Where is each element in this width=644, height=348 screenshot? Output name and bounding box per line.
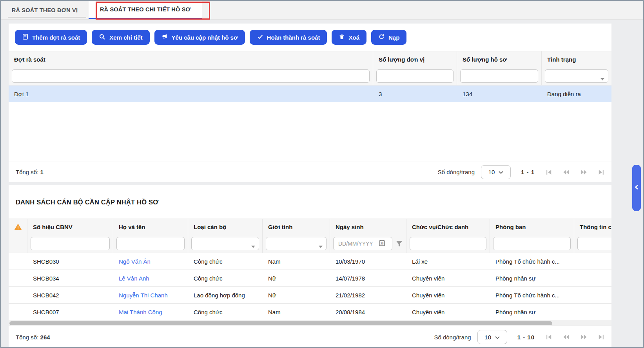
filter-thong-tin-input[interactable] bbox=[577, 237, 611, 250]
column-header-gioi-tinh: Giới tính bbox=[263, 219, 330, 235]
filter-chuc-vu-input[interactable] bbox=[410, 237, 486, 250]
search-icon bbox=[99, 33, 106, 42]
cell-staff-type: Công chức bbox=[188, 275, 263, 282]
staff-table-row[interactable]: SHCB030 Ngô Văn Ân Công chức Nam 10/03/1… bbox=[9, 253, 611, 270]
cell-gender: Nữ bbox=[263, 292, 330, 299]
column-header-phong-ban: Phòng ban bbox=[490, 219, 574, 235]
column-header-tinh-trang: Tình trạng bbox=[542, 51, 611, 67]
chevron-left-icon bbox=[634, 184, 639, 191]
next-page-icon[interactable] bbox=[580, 333, 587, 341]
cell-department: Phòng nhân sự bbox=[490, 275, 574, 282]
cell-position: Lái xe bbox=[406, 258, 490, 265]
last-page-icon[interactable] bbox=[597, 333, 604, 341]
cell-status: Đang diễn ra bbox=[542, 91, 611, 97]
review-grid-footer: Tổng số: 1 Số dòng/trang 10 1 - 1 bbox=[9, 162, 611, 182]
column-header-thong-tin: Thông tin c bbox=[574, 219, 611, 235]
staff-table-row[interactable]: SHCB034 Lê Vân Anh Công chức Nữ 14/07/19… bbox=[9, 270, 611, 287]
filter-so-hieu-cbnv-input[interactable] bbox=[31, 237, 110, 250]
add-review-batch-button[interactable]: Thêm đợt rà soát bbox=[15, 30, 87, 45]
total-value: 1 bbox=[40, 169, 44, 175]
pager: Số dòng/trang 10 1 - 10 bbox=[434, 330, 604, 344]
cell-dob: 10/03/1970 bbox=[330, 258, 406, 265]
filter-phong-ban-input[interactable] bbox=[493, 237, 571, 250]
prev-page-icon[interactable] bbox=[563, 333, 570, 341]
cell-dob: 20/08/1984 bbox=[330, 309, 406, 315]
megaphone-icon bbox=[161, 33, 168, 41]
review-table-row[interactable]: Đợt 1 3 134 Đang diễn ra bbox=[9, 86, 611, 102]
document-add-icon bbox=[22, 33, 29, 41]
total-value: 264 bbox=[40, 334, 50, 341]
view-detail-button[interactable]: Xem chi tiết bbox=[92, 30, 149, 45]
prev-page-icon[interactable] bbox=[563, 169, 570, 176]
pager-icons bbox=[546, 169, 604, 176]
cell-department: Phòng nhân sự bbox=[490, 309, 574, 315]
cell-position: Chuyên viên bbox=[406, 292, 490, 299]
filter-so-luong-ho-so-input[interactable] bbox=[460, 69, 538, 83]
cell-staff-type: Công chức bbox=[188, 258, 263, 265]
button-label: Xem chi tiết bbox=[109, 34, 142, 41]
cell-code: SHCB030 bbox=[27, 258, 113, 265]
chevron-down-icon bbox=[495, 334, 500, 341]
first-page-icon[interactable] bbox=[546, 169, 553, 176]
filter-gioi-tinh-select[interactable] bbox=[266, 237, 327, 250]
next-page-icon[interactable] bbox=[580, 169, 587, 176]
rows-per-page-label: Số dòng/trang bbox=[438, 169, 475, 175]
first-page-icon[interactable] bbox=[546, 333, 553, 341]
page-size-select[interactable]: 10 bbox=[477, 330, 507, 344]
cell-name-link[interactable]: Lê Vân Anh bbox=[113, 275, 188, 282]
horizontal-scrollbar-thumb[interactable] bbox=[9, 321, 552, 325]
cell-record-count: 134 bbox=[457, 91, 542, 97]
cell-name-link[interactable]: Nguyễn Thị Chanh bbox=[113, 292, 188, 299]
page-size-value: 10 bbox=[488, 169, 495, 175]
filter-tinh-trang-select[interactable] bbox=[545, 69, 608, 83]
filter-funnel-icon[interactable] bbox=[395, 240, 403, 247]
cell-name-link[interactable]: Mai Thành Công bbox=[113, 309, 188, 315]
tab-ra-soat-theo-don-vi[interactable]: RÀ SOÁT THEO ĐƠN VỊ bbox=[1, 1, 89, 19]
filter-dot-ra-soat-input[interactable] bbox=[12, 69, 370, 83]
cell-review-name: Đợt 1 bbox=[9, 91, 373, 97]
delete-button[interactable]: Xoá bbox=[332, 30, 366, 45]
staff-grid-footer: Tổng số: 264 Số dòng/trang 10 1 - 10 bbox=[9, 326, 611, 348]
filter-ho-va-ten-input[interactable] bbox=[116, 237, 185, 250]
button-label: Xoá bbox=[348, 34, 359, 41]
tab-ra-soat-theo-chi-tiet-ho-so[interactable]: RÀ SOÁT THEO CHI TIẾT HỒ SƠ bbox=[89, 1, 202, 19]
button-label: Nạp bbox=[388, 34, 399, 41]
cell-unit-count: 3 bbox=[373, 91, 457, 97]
filter-so-luong-don-vi-input[interactable] bbox=[376, 69, 454, 83]
staff-table-header: Số hiệu CBNV Họ và tên Loại cán bộ Giới … bbox=[9, 219, 611, 235]
rows-per-page-label: Số dòng/trang bbox=[434, 334, 471, 341]
review-table-header: Đợt rà soát Số lượng đơn vị Số lượng hồ … bbox=[9, 51, 611, 67]
cell-position: Chuyên viên bbox=[406, 309, 490, 315]
request-update-button[interactable]: Yêu cầu cập nhật hồ sơ bbox=[154, 30, 245, 45]
review-toolbar: Thêm đợt rà soát Xem chi tiết Yêu cầu cậ… bbox=[9, 24, 611, 51]
cell-staff-type: Lao động hợp đồng bbox=[188, 292, 263, 299]
tab-bar: RÀ SOÁT THEO ĐƠN VỊ RÀ SOÁT THEO CHI TIẾ… bbox=[1, 1, 643, 20]
total-count: Tổng số: 264 bbox=[16, 334, 50, 341]
cell-dob: 21/02/1982 bbox=[330, 292, 406, 299]
column-header-so-luong-don-vi: Số lượng đơn vị bbox=[373, 51, 457, 67]
page-size-select[interactable]: 10 bbox=[481, 165, 511, 179]
page-size-value: 10 bbox=[484, 334, 491, 341]
warning-icon bbox=[9, 219, 27, 235]
horizontal-scrollbar bbox=[9, 321, 611, 326]
staff-table-row[interactable]: SHCB042 Nguyễn Thị Chanh Lao động hợp đồ… bbox=[9, 287, 611, 304]
cell-name-link[interactable]: Ngô Văn Ân bbox=[113, 258, 188, 265]
collapse-right-panel-button[interactable] bbox=[632, 165, 641, 211]
complete-review-button[interactable]: Hoàn thành rà soát bbox=[250, 30, 327, 45]
cell-department: Phòng Tổ chức hành c... bbox=[490, 258, 574, 265]
staff-table-row[interactable]: SHCB007 Mai Thành Công Công chức Nam 20/… bbox=[9, 304, 611, 321]
cell-gender: Nam bbox=[263, 309, 330, 315]
page-range: 1 - 1 bbox=[521, 169, 535, 175]
date-input[interactable] bbox=[337, 240, 377, 247]
filter-loai-can-bo-select[interactable] bbox=[191, 237, 259, 250]
filter-ngay-sinh-date-input[interactable]: 23 bbox=[333, 237, 392, 250]
last-page-icon[interactable] bbox=[597, 169, 604, 176]
page-range: 1 - 10 bbox=[517, 334, 535, 341]
review-filter-row bbox=[9, 67, 611, 86]
column-header-so-luong-ho-so: Số lượng hồ sơ bbox=[457, 51, 542, 67]
column-header-so-hieu-cbnv: Số hiệu CBNV bbox=[27, 219, 113, 235]
reload-button[interactable]: Nạp bbox=[371, 30, 406, 45]
pager-icons bbox=[546, 333, 604, 341]
calendar-icon[interactable]: 23 bbox=[378, 239, 386, 248]
cell-department: Phòng Tổ chức hành c... bbox=[490, 292, 574, 299]
